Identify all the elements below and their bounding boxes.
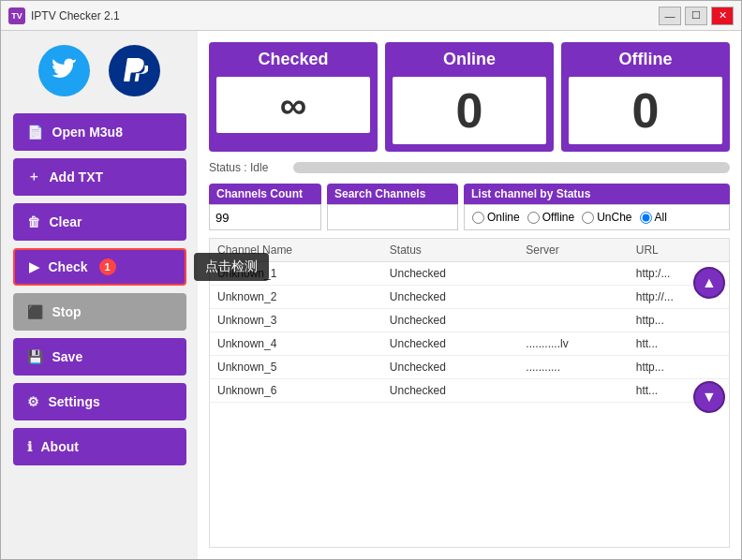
table-row[interactable]: Unknown_1 Unchecked http:/...: [210, 262, 729, 286]
scroll-up-button[interactable]: ▲: [693, 267, 725, 299]
search-box-wrap: Search Channels: [327, 184, 458, 230]
cell-server: [518, 286, 628, 309]
window-controls: — ☐ ✕: [659, 7, 734, 25]
open-m3u8-button[interactable]: 📄 Open M3u8: [13, 113, 186, 151]
radio-all-input[interactable]: [640, 212, 652, 224]
settings-button[interactable]: ⚙ Settings: [13, 383, 186, 420]
filter-row: Channels Count Search Channels List chan…: [209, 184, 730, 230]
cell-status: Unchecked: [382, 356, 519, 379]
table-row[interactable]: Unknown_2 Unchecked http://...: [210, 286, 729, 309]
add-txt-button[interactable]: ＋ Add TXT: [13, 158, 186, 196]
offline-label: Offline: [619, 50, 673, 69]
social-icons: [38, 45, 160, 96]
table-row[interactable]: Unknown_3 Unchecked http...: [210, 309, 729, 332]
radio-all-label: All: [655, 211, 667, 224]
channels-count-input[interactable]: [209, 204, 321, 230]
col-status: Status: [382, 239, 519, 262]
stop-button[interactable]: ⬛ Stop: [13, 293, 186, 331]
checked-label: Checked: [258, 50, 328, 69]
channels-count-wrap: Channels Count: [209, 184, 321, 230]
gear-icon: ⚙: [27, 394, 39, 409]
channel-table: Channel Name Status Server URL Unknown_1…: [210, 239, 729, 403]
cell-server: ...........: [518, 356, 628, 379]
trash-icon: 🗑: [27, 214, 40, 229]
cell-channel-name: Unknown_5: [210, 356, 382, 379]
cell-channel-name: Unknown_2: [210, 286, 382, 309]
content-area: 📄 Open M3u8 ＋ Add TXT 🗑 Clear ▶ Check 1 …: [1, 31, 741, 559]
search-input[interactable]: [327, 204, 458, 230]
plus-icon: ＋: [27, 169, 40, 185]
stats-row: Checked ∞ Online 0 Offline 0: [209, 42, 730, 152]
checked-value: ∞: [216, 77, 370, 133]
table-row[interactable]: Unknown_6 Unchecked htt...: [210, 379, 729, 403]
online-card: Online 0: [385, 42, 554, 152]
offline-value: 0: [569, 77, 722, 144]
radio-offline-input[interactable]: [527, 212, 540, 224]
minimize-button[interactable]: —: [659, 7, 681, 25]
cell-channel-name: Unknown_6: [210, 379, 382, 403]
twitter-button[interactable]: [38, 45, 90, 96]
col-url: URL: [629, 239, 729, 262]
clear-button[interactable]: 🗑 Clear: [13, 203, 186, 241]
play-icon: ▶: [29, 259, 39, 274]
close-button[interactable]: ✕: [711, 7, 734, 25]
table-header-row: Channel Name Status Server URL: [210, 239, 729, 262]
channels-count-label: Channels Count: [209, 184, 321, 204]
about-button[interactable]: ℹ About: [13, 428, 186, 465]
app-icon: TV: [8, 7, 25, 24]
main-window: TV IPTV Checker 2.1 — ☐ ✕: [0, 0, 742, 560]
main-content: Checked ∞ Online 0 Offline 0 Status : Id…: [198, 31, 741, 559]
check-badge: 1: [99, 258, 116, 275]
save-icon: 💾: [27, 349, 43, 364]
col-server: Server: [518, 239, 628, 262]
tooltip: 点击检测: [194, 253, 269, 281]
scroll-buttons: ▲ ▼: [693, 267, 725, 413]
radio-unchecked-input[interactable]: [582, 212, 594, 224]
radio-online-input[interactable]: [472, 212, 484, 224]
online-value: 0: [393, 77, 546, 144]
checked-card: Checked ∞: [209, 42, 378, 152]
cell-status: Unchecked: [382, 332, 519, 356]
channel-table-wrap: Channel Name Status Server URL Unknown_1…: [209, 238, 730, 548]
cell-server: [518, 309, 628, 332]
cell-server: [518, 379, 628, 403]
cell-status: Unchecked: [382, 379, 519, 403]
cell-status: Unchecked: [382, 286, 519, 309]
status-filter-options: Online Offline UnChe All: [464, 204, 730, 230]
titlebar: TV IPTV Checker 2.1 — ☐ ✕: [1, 1, 741, 31]
status-text: Status : Idle: [209, 161, 284, 174]
online-label: Online: [443, 50, 496, 69]
cell-channel-name: Unknown_3: [210, 309, 382, 332]
paypal-button[interactable]: [109, 45, 160, 96]
table-body: Unknown_1 Unchecked http:/... Unknown_2 …: [210, 262, 729, 403]
stop-icon: ⬛: [27, 304, 43, 319]
radio-unchecked-label: UnChe: [597, 211, 631, 224]
maximize-button[interactable]: ☐: [685, 7, 707, 25]
radio-offline-label: Offline: [542, 211, 574, 224]
cell-channel-name: Unknown_4: [210, 332, 382, 356]
status-filter-wrap: List channel by Status Online Offline: [464, 184, 730, 230]
paypal-icon: [122, 58, 148, 84]
radio-offline[interactable]: Offline: [527, 211, 574, 224]
check-button[interactable]: ▶ Check 1: [13, 248, 186, 286]
sidebar: 📄 Open M3u8 ＋ Add TXT 🗑 Clear ▶ Check 1 …: [1, 31, 198, 559]
radio-all[interactable]: All: [640, 211, 667, 224]
cell-status: Unchecked: [382, 309, 519, 332]
check-button-wrapper: ▶ Check 1 点击检测: [13, 248, 186, 286]
cell-server: ...........lv: [518, 332, 628, 356]
radio-online[interactable]: Online: [472, 211, 520, 224]
radio-unchecked[interactable]: UnChe: [582, 211, 631, 224]
offline-card: Offline 0: [561, 42, 730, 152]
status-bar: Status : Idle: [209, 161, 730, 174]
save-button[interactable]: 💾 Save: [13, 338, 186, 376]
scroll-down-button[interactable]: ▼: [693, 381, 725, 413]
table-row[interactable]: Unknown_4 Unchecked ...........lv htt...: [210, 332, 729, 356]
cell-status: Unchecked: [382, 262, 519, 286]
file-icon: 📄: [27, 125, 43, 140]
cell-server: [518, 262, 628, 286]
table-row[interactable]: Unknown_5 Unchecked ........... http...: [210, 356, 729, 379]
progress-bar: [293, 162, 730, 173]
search-label: Search Channels: [327, 184, 458, 204]
radio-online-label: Online: [487, 211, 520, 224]
window-title: IPTV Checker 2.1: [31, 9, 659, 22]
